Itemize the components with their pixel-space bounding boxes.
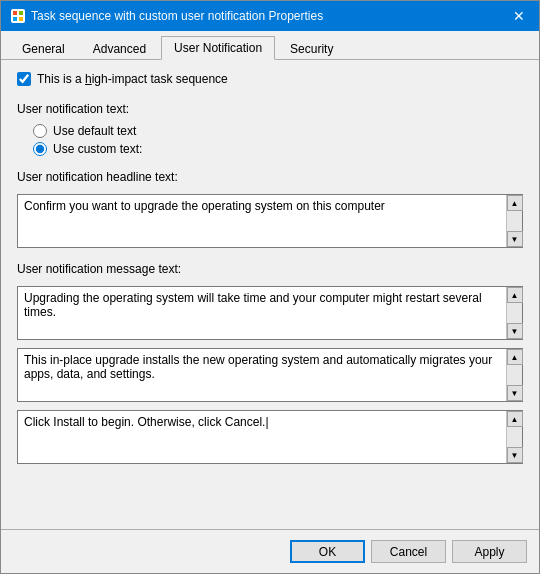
msg3-scroll-track <box>507 427 522 447</box>
message3-scrollbar: ▲ ▼ <box>506 411 522 463</box>
dialog-footer: OK Cancel Apply <box>1 529 539 573</box>
tab-advanced[interactable]: Advanced <box>80 36 159 60</box>
message3-textarea[interactable] <box>18 411 506 463</box>
app-icon <box>11 9 25 23</box>
title-bar: Task sequence with custom user notificat… <box>1 1 539 31</box>
msg2-scroll-down[interactable]: ▼ <box>507 385 523 401</box>
apply-button[interactable]: Apply <box>452 540 527 563</box>
radio-custom-label: Use custom text: <box>53 142 142 156</box>
ok-button[interactable]: OK <box>290 540 365 563</box>
message-label: User notification message text: <box>17 262 523 276</box>
radio-default-row: Use default text <box>33 124 523 138</box>
tabs-bar: General Advanced User Notification Secur… <box>1 31 539 60</box>
msg3-scroll-up[interactable]: ▲ <box>507 411 523 427</box>
radio-custom[interactable] <box>33 142 47 156</box>
headline-scroll-track <box>507 211 522 231</box>
svg-rect-2 <box>13 17 17 21</box>
message2-scrollbar: ▲ ▼ <box>506 349 522 401</box>
tab-security[interactable]: Security <box>277 36 346 60</box>
message3-textarea-wrapper: ▲ ▼ <box>17 410 523 464</box>
msg1-scroll-down[interactable]: ▼ <box>507 323 523 339</box>
msg1-scroll-up[interactable]: ▲ <box>507 287 523 303</box>
high-impact-label: This is a high-impact task sequence <box>37 72 228 86</box>
message2-textarea[interactable] <box>18 349 506 401</box>
message1-textarea[interactable] <box>18 287 506 339</box>
headline-textarea[interactable] <box>18 195 506 247</box>
cancel-button[interactable]: Cancel <box>371 540 446 563</box>
headline-textarea-wrapper: ▲ ▼ <box>17 194 523 248</box>
msg3-scroll-down[interactable]: ▼ <box>507 447 523 463</box>
svg-rect-1 <box>19 11 23 15</box>
headline-label: User notification headline text: <box>17 170 523 184</box>
message1-textarea-wrapper: ▲ ▼ <box>17 286 523 340</box>
msg2-scroll-up[interactable]: ▲ <box>507 349 523 365</box>
radio-default[interactable] <box>33 124 47 138</box>
message2-textarea-wrapper: ▲ ▼ <box>17 348 523 402</box>
message1-scrollbar: ▲ ▼ <box>506 287 522 339</box>
tab-content: This is a high-impact task sequence User… <box>1 60 539 529</box>
msg2-scroll-track <box>507 365 522 385</box>
high-impact-checkbox[interactable] <box>17 72 31 86</box>
high-impact-row: This is a high-impact task sequence <box>17 72 523 86</box>
svg-rect-3 <box>19 17 23 21</box>
radio-custom-row: Use custom text: <box>33 142 523 156</box>
close-button[interactable]: ✕ <box>509 6 529 26</box>
headline-scroll-down[interactable]: ▼ <box>507 231 523 247</box>
headline-scroll-up[interactable]: ▲ <box>507 195 523 211</box>
radio-default-label: Use default text <box>53 124 136 138</box>
notification-text-section-label: User notification text: <box>17 102 523 116</box>
msg1-scroll-track <box>507 303 522 323</box>
tab-general[interactable]: General <box>9 36 78 60</box>
title-bar-left: Task sequence with custom user notificat… <box>11 9 323 23</box>
tab-user-notification[interactable]: User Notification <box>161 36 275 60</box>
radio-group: Use default text Use custom text: <box>17 124 523 156</box>
dialog-title: Task sequence with custom user notificat… <box>31 9 323 23</box>
dialog-window: Task sequence with custom user notificat… <box>0 0 540 574</box>
headline-scrollbar: ▲ ▼ <box>506 195 522 247</box>
svg-rect-0 <box>13 11 17 15</box>
